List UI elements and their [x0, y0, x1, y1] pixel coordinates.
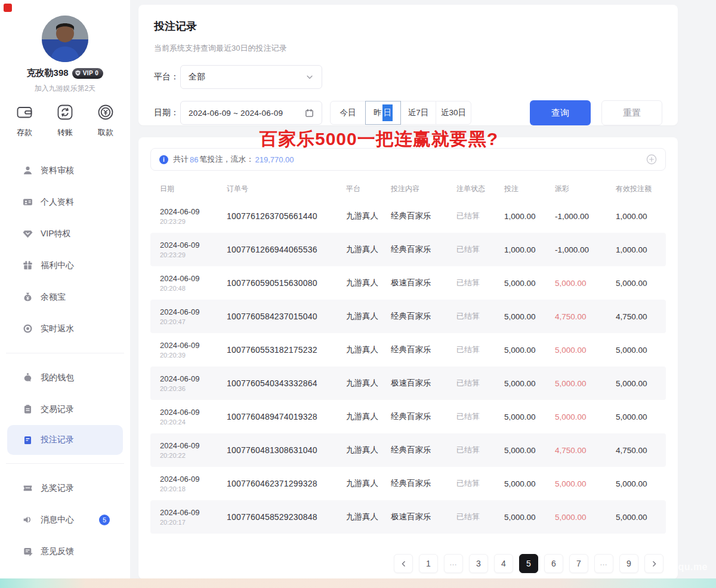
pagination-prev[interactable] [394, 554, 413, 573]
cell-bet-amount: 5,000.00 [504, 379, 555, 388]
table-row[interactable]: 2024-06-0920:20:481007760590515630080九游真… [150, 266, 666, 300]
cell-platform: 九游真人 [346, 512, 391, 522]
quick-last7-button[interactable]: 近7日 [400, 101, 436, 125]
cell-platform: 九游真人 [346, 411, 391, 422]
sidebar-item-yuebao[interactable]: 余额宝 [0, 281, 130, 313]
watermark: equ.me [672, 562, 708, 572]
pagination-page-3[interactable]: 3 [469, 554, 488, 573]
quick-date-group: 今日昨日近7日近30日 [330, 101, 471, 125]
cell-valid-bet: 5,000.00 [616, 479, 656, 488]
quick-today-button[interactable]: 今日 [330, 101, 366, 125]
cell-bet-content: 经典百家乐 [391, 244, 456, 255]
platform-select[interactable]: 全部 [180, 65, 322, 89]
records-card: i 共计 86 笔投注，流水： 219,770.00 日期订单号平台投注内容注单… [138, 137, 678, 579]
cell-platform: 九游真人 [346, 211, 391, 221]
search-button[interactable]: 查询 [530, 100, 591, 125]
vip-badge[interactable]: VIP 0 [72, 68, 104, 79]
table-row[interactable]: 2024-06-0920:20:361007760540343332864九游真… [150, 367, 666, 400]
expand-plus-icon[interactable] [646, 154, 657, 165]
sidebar-item-label: 资料审核 [41, 165, 74, 176]
deposit-button[interactable]: 存款 [16, 103, 33, 138]
cell-payout: 5,000.00 [555, 479, 616, 488]
transfer-icon [56, 103, 74, 124]
column-header: 平台 [346, 184, 391, 194]
summary-amount: 219,770.00 [255, 155, 294, 164]
sidebar-item-feedback[interactable]: 意见反馈 [0, 535, 130, 567]
pagination-page-7[interactable]: 7 [569, 554, 588, 573]
cell-order-number: 1007760540343332864 [227, 378, 346, 388]
sidebar-item-wallet[interactable]: 我的钱包 [0, 362, 130, 393]
withdraw-icon [97, 103, 115, 124]
cell-status: 已结算 [456, 211, 504, 221]
date-range-input[interactable]: 2024-06-09 ~ 2024-06-09 [180, 101, 322, 125]
table-row[interactable]: 2024-06-0920:23:291007761266944065536九游真… [150, 233, 666, 266]
sidebar-item-welfare[interactable]: 福利中心 [0, 250, 130, 281]
table-row[interactable]: 2024-06-0920:20:171007760458529230848九游真… [150, 500, 666, 534]
gift-icon [23, 260, 33, 270]
pagination-page-5[interactable]: 5 [519, 554, 538, 573]
date-value: 2024-06-09 [160, 374, 227, 383]
text-selection-highlight: 日 [382, 104, 393, 121]
table-row[interactable]: 2024-06-0920:20:471007760584237015040九游真… [150, 300, 666, 333]
withdraw-button[interactable]: 取款 [97, 103, 115, 138]
sidebar-item-transactions[interactable]: 交易记录 [0, 393, 130, 425]
pagination-page-9[interactable]: 9 [619, 554, 638, 573]
sidebar-item-label: 实时返水 [41, 324, 74, 334]
pagination-ellipsis[interactable]: … [594, 554, 613, 573]
sidebar-item-rebate[interactable]: 实时返水 [0, 313, 130, 344]
date-value: 2024-06-09 [160, 408, 227, 417]
avatar[interactable] [42, 16, 88, 62]
date-value: 2024-06-09 [160, 274, 227, 283]
filter-card: 投注记录 当前系统支持查询最近30日的投注记录 平台： 全部 日期： 2024-… [138, 5, 678, 125]
cell-status: 已结算 [456, 244, 504, 255]
cell-bet-content: 经典百家乐 [391, 211, 456, 221]
sidebar-item-bets[interactable]: 投注记录 [7, 425, 123, 455]
sidebar-item-audit[interactable]: 资料审核 [0, 155, 130, 186]
transfer-button[interactable]: 转账 [56, 103, 74, 138]
quick-last30-button[interactable]: 近30日 [436, 101, 471, 125]
cell-order-number: 1007760481308631040 [227, 445, 346, 455]
cell-bet-amount: 5,000.00 [504, 346, 555, 355]
quick-yesterday-button[interactable]: 昨日 [365, 101, 401, 125]
sidebar-item-profile[interactable]: 个人资料 [0, 186, 130, 218]
wallet-actions: 存款转账取款 [0, 103, 130, 138]
pagination-page-6[interactable]: 6 [544, 554, 563, 573]
reset-button[interactable]: 重置 [601, 100, 662, 125]
column-header: 投注内容 [391, 184, 456, 194]
sidebar-item-messages[interactable]: 消息中心5 [0, 504, 130, 535]
pagination-page-4[interactable]: 4 [494, 554, 513, 573]
table-row[interactable]: 2024-06-0920:20:221007760481308631040九游真… [150, 433, 666, 467]
sidebar-nav: 资料审核个人资料VIP特权福利中心余额宝实时返水我的钱包交易记录投注记录兑奖记录… [0, 155, 130, 588]
cell-payout: 4,750.00 [555, 446, 616, 455]
pagination: 1…34567…9 [150, 554, 666, 573]
pagination-next[interactable] [644, 554, 663, 573]
cell-bet-content: 经典百家乐 [391, 311, 456, 322]
sidebar-item-redeem[interactable]: 兑奖记录 [0, 472, 130, 504]
cell-platform: 九游真人 [346, 344, 391, 355]
table-row[interactable]: 2024-06-0920:20:241007760489474019328九游真… [150, 400, 666, 433]
cell-order-number: 1007760489474019328 [227, 412, 346, 421]
action-label: 存款 [17, 127, 32, 138]
pagination-page-1[interactable]: 1 [419, 554, 438, 573]
audit-icon [23, 165, 33, 176]
divider [6, 463, 124, 464]
column-header: 有效投注额 [616, 184, 656, 194]
cell-order-number: 1007760458529230848 [227, 512, 346, 522]
table-row[interactable]: 2024-06-0920:23:291007761263705661440九游真… [150, 199, 666, 233]
action-label: 转账 [57, 127, 73, 138]
time-value: 20:20:17 [160, 519, 227, 526]
pagination-ellipsis[interactable]: … [444, 554, 463, 573]
cell-platform: 九游真人 [346, 278, 391, 288]
red-annotation-text: 百家乐5000一把连赢就要黑? [197, 127, 561, 152]
column-header: 注单状态 [456, 184, 504, 194]
sidebar-item-label: 福利中心 [41, 260, 74, 271]
table-row[interactable]: 2024-06-0920:20:391007760553182175232九游真… [150, 333, 666, 367]
cell-bet-amount: 5,000.00 [504, 513, 555, 522]
table-row[interactable]: 2024-06-0920:20:181007760462371299328九游真… [150, 467, 666, 500]
cell-valid-bet: 1,000.00 [616, 212, 656, 221]
sidebar-item-vip[interactable]: VIP特权 [0, 218, 130, 250]
sidebar-item-label: VIP特权 [41, 229, 71, 239]
sidebar-item-label: 个人资料 [41, 197, 74, 208]
quick-label: 昨 [374, 107, 382, 118]
cell-payout: 5,000.00 [555, 513, 616, 522]
